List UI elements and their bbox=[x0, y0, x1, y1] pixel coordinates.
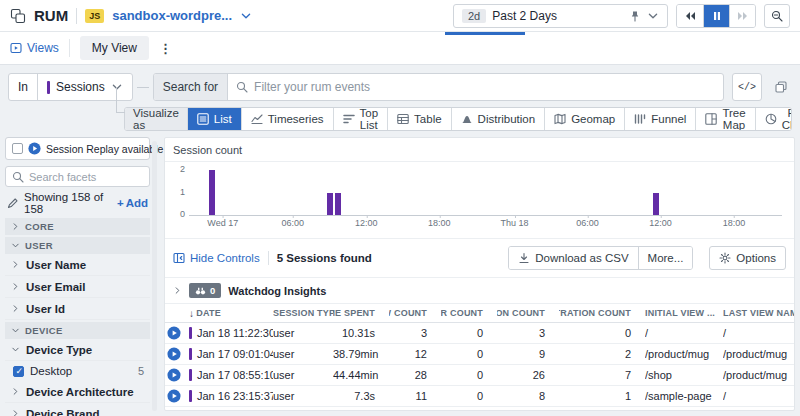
viz-chip-table[interactable]: Table bbox=[387, 108, 451, 130]
cell-error-count: 0 bbox=[441, 327, 497, 339]
facet-device-brand[interactable]: Device Brand bbox=[5, 403, 150, 416]
facet-device-type[interactable]: Device Type bbox=[5, 339, 150, 361]
caret-down-icon[interactable] bbox=[240, 10, 252, 22]
facet-section-core[interactable]: CORE bbox=[5, 218, 150, 235]
facet-section-device[interactable]: DEVICE bbox=[5, 322, 150, 339]
viz-chip-list[interactable]: List bbox=[187, 108, 241, 130]
facet-section-label: CORE bbox=[25, 221, 54, 232]
session-replay-play-button[interactable] bbox=[167, 368, 181, 382]
download-csv-button[interactable]: Download as CSV bbox=[509, 247, 637, 269]
add-facet-button[interactable]: + Add bbox=[117, 197, 148, 209]
pencil-icon[interactable] bbox=[7, 197, 19, 209]
replay-cell bbox=[165, 347, 189, 361]
time-forward-button[interactable] bbox=[729, 5, 755, 27]
watchdog-insights-toggle[interactable]: 0 Watchdog Insights bbox=[165, 278, 794, 304]
cell-view-count: 12 bbox=[389, 348, 441, 360]
chevron-down-icon[interactable] bbox=[647, 10, 659, 22]
timeseries-icon bbox=[251, 113, 263, 125]
search-facets-input[interactable] bbox=[29, 171, 143, 183]
rum-events-search-input[interactable] bbox=[254, 80, 715, 94]
facet-user-email[interactable]: User Email bbox=[5, 276, 150, 298]
column-header-error-count[interactable]: ERROR COUNT bbox=[441, 308, 497, 318]
session-replay-filter[interactable]: Session Replay available bbox=[5, 137, 150, 160]
viz-chip-timeseries[interactable]: Timeseries bbox=[241, 108, 333, 130]
time-range-picker[interactable]: 2d Past 2 Days bbox=[453, 4, 668, 28]
table-row[interactable]: Jan 17 09:01:04.139user38.79min12092/pro… bbox=[165, 344, 794, 365]
facet-value-checkbox[interactable] bbox=[13, 366, 24, 377]
chart-bar[interactable] bbox=[327, 193, 333, 216]
facet-section-label: DEVICE bbox=[25, 325, 63, 336]
gear-icon bbox=[719, 252, 731, 264]
copy-icon[interactable] bbox=[770, 73, 792, 101]
tab-options-kebab[interactable]: ⋮ bbox=[159, 41, 172, 56]
column-header-label: TIME SPENT bbox=[333, 308, 375, 318]
chart-bar[interactable] bbox=[653, 193, 659, 216]
cell-session-type: user bbox=[273, 327, 333, 339]
divider bbox=[76, 8, 77, 24]
viz-chip-funnel[interactable]: Funnel bbox=[624, 108, 695, 130]
chart-y-tick: 2 bbox=[171, 164, 185, 174]
time-backward-button[interactable] bbox=[677, 5, 703, 27]
column-header-date[interactable]: ↓DATE bbox=[189, 308, 273, 319]
views-button[interactable]: Views bbox=[10, 41, 59, 55]
column-header-label: SESSION TYPE bbox=[273, 308, 333, 318]
viz-chip-pie-chart[interactable]: Pie Chart bbox=[755, 108, 792, 130]
facet-label: Device Type bbox=[26, 344, 92, 356]
pause-live-button[interactable] bbox=[703, 5, 729, 27]
viz-chip-tree-map[interactable]: Tree Map bbox=[695, 108, 754, 130]
tab-my-view[interactable]: My View bbox=[80, 36, 149, 60]
facet-count-label: Showing 158 of 158 bbox=[24, 191, 112, 215]
sidebar-scrollbar[interactable] bbox=[152, 141, 157, 411]
chart-x-tick: 12:00 bbox=[649, 218, 672, 228]
viz-chip-distribution[interactable]: Distribution bbox=[451, 108, 545, 130]
viz-chip-label: List bbox=[214, 113, 232, 125]
session-replay-play-button[interactable] bbox=[167, 326, 181, 340]
more-button[interactable]: More... bbox=[638, 247, 693, 269]
viz-chip-top-list[interactable]: Top List bbox=[333, 108, 388, 130]
column-header-initial-view[interactable]: INITIAL VIEW ... bbox=[645, 308, 723, 318]
pin-icon[interactable] bbox=[629, 10, 641, 22]
facet-section-user[interactable]: USER bbox=[5, 237, 150, 254]
facet-user-name[interactable]: User Name bbox=[5, 254, 150, 276]
table-row[interactable]: Jan 17 08:55:10.112user44.44min280267/sh… bbox=[165, 365, 794, 386]
chart-bar[interactable] bbox=[209, 170, 215, 215]
service-selector[interactable]: sandbox-wordpre... bbox=[112, 8, 232, 23]
watchdog-count: 0 bbox=[210, 285, 215, 296]
facet-user-id[interactable]: User Id bbox=[5, 298, 150, 320]
session-replay-checkbox[interactable] bbox=[12, 143, 23, 154]
session-type-color-bar bbox=[189, 348, 192, 360]
hide-controls-button[interactable]: Hide Controls bbox=[173, 252, 260, 264]
column-header-frustration-count[interactable]: FRUSTRATION COUNT bbox=[559, 308, 645, 318]
column-header-session-type[interactable]: SESSION TYPE bbox=[273, 308, 333, 318]
chart-y-tick: 1 bbox=[171, 187, 185, 197]
chart-plot-area[interactable]: 210Wed 1706:0012:0018:00Thu 1806:0012:00… bbox=[189, 170, 782, 216]
zoom-out-button[interactable] bbox=[764, 4, 790, 28]
cell-action-count: 9 bbox=[497, 348, 559, 360]
add-label: Add bbox=[126, 197, 148, 209]
cell-time-spent: 38.79min bbox=[333, 348, 389, 360]
table-row[interactable]: Jan 16 23:15:37.163user7.3s11081/sample-… bbox=[165, 386, 794, 407]
facet-device-architecture[interactable]: Device Architecture bbox=[5, 381, 150, 403]
options-button[interactable]: Options bbox=[709, 246, 786, 270]
visualize-as-label: Visualize as bbox=[125, 108, 187, 130]
column-header-last-view-name[interactable]: LAST VIEW NAME bbox=[723, 308, 794, 318]
column-header-time-spent[interactable]: TIME SPENT bbox=[333, 308, 389, 318]
query-syntax-button[interactable]: </> bbox=[732, 73, 762, 101]
cell-time-spent: 44.44min bbox=[333, 369, 389, 381]
column-header-view-count[interactable]: VIEW COUNT bbox=[389, 308, 441, 318]
viz-chip-label: Top List bbox=[360, 107, 379, 131]
viz-chip-geomap[interactable]: Geomap bbox=[544, 108, 624, 130]
session-replay-play-button[interactable] bbox=[167, 389, 181, 403]
column-header-action-count[interactable]: ACTION COUNT bbox=[497, 308, 559, 318]
facet-label: User Email bbox=[26, 281, 85, 293]
chart-bar[interactable] bbox=[335, 193, 341, 216]
facet-sections: COREUSERUser NameUser EmailUser IdDEVICE… bbox=[5, 218, 150, 416]
session-replay-play-button[interactable] bbox=[167, 347, 181, 361]
top-bar: RUM JS sandbox-wordpre... 2d Past 2 Days bbox=[0, 0, 800, 32]
cell-date: Jan 17 09:01:04.139 bbox=[189, 348, 273, 360]
cell-date: Jan 18 11:22:30.179 bbox=[189, 327, 273, 339]
table-row[interactable]: Jan 18 11:22:30.179user10.31s3030// bbox=[165, 323, 794, 344]
table-row[interactable]: Jan 16 23:15:24.050user24.04min100113//s… bbox=[165, 407, 794, 410]
table-icon bbox=[397, 113, 409, 125]
facet-value-desktop[interactable]: Desktop5 bbox=[5, 361, 150, 381]
